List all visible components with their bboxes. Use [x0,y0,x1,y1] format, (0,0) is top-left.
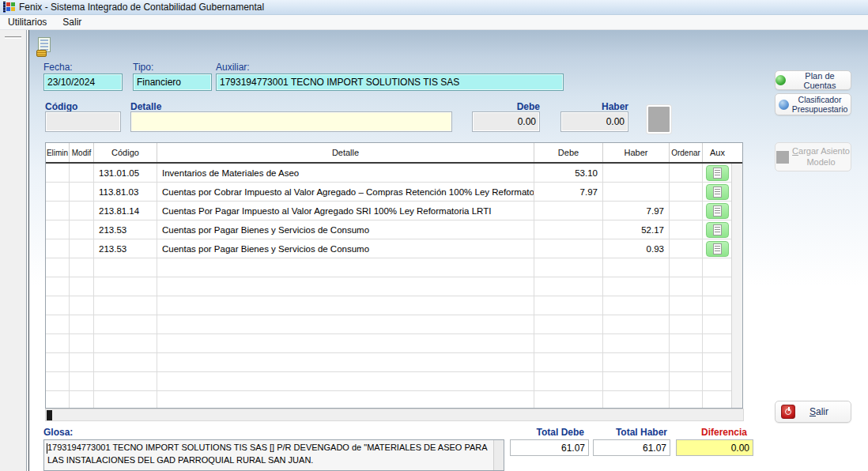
empty-table-row[interactable] [46,391,742,409]
cell-detalle [157,315,534,333]
cell-detalle [157,372,534,390]
cell-modif[interactable] [70,315,94,333]
clasificador-presupuestario-button[interactable]: Clasificador Presupuestario [775,93,851,115]
cell-aux [703,334,732,352]
cell-codigo [94,296,157,315]
grid-vertical-scrollbar[interactable] [731,164,742,408]
cell-elimin[interactable] [46,164,70,182]
cell-modif[interactable] [70,296,94,315]
table-row[interactable]: 131.01.05 Inventarios de Materiales de A… [46,164,742,183]
cell-haber [603,334,670,352]
auxiliar-input[interactable]: 1793194773001 TECNO IMPORT SOLUTIONS TIS… [216,73,564,91]
cell-modif[interactable] [70,220,94,239]
cell-modif[interactable] [70,277,94,296]
cell-debe [534,277,603,296]
fecha-input[interactable]: 23/10/2024 [43,73,123,91]
gray-square-icon [776,151,789,164]
empty-table-row[interactable] [46,258,742,277]
cell-modif[interactable] [70,353,94,371]
entries-grid: Elimin Modif Código Detalle Debe Haber O… [45,142,743,409]
table-row[interactable]: 213.53 Cuentas por Pagar Bienes y Servic… [46,220,742,239]
aux-detail-button[interactable] [706,203,729,219]
glosa-label: Glosa: [43,427,73,438]
cell-modif[interactable] [70,334,94,352]
codigo-input[interactable] [45,111,121,132]
cell-detalle [157,353,534,371]
cell-elimin[interactable] [46,202,70,220]
cell-elimin[interactable] [46,315,70,333]
cell-modif[interactable] [70,239,94,258]
cell-ordenar [670,296,703,315]
cell-elimin[interactable] [46,296,70,315]
grid-horizontal-scrollbar[interactable] [45,409,744,421]
cell-debe [534,220,603,239]
add-entry-button[interactable] [647,105,671,134]
aux-detail-button[interactable] [706,222,729,238]
cell-modif[interactable] [70,164,94,182]
titlebar: Fenix - Sistema Integrado de Contabilida… [0,0,868,15]
cell-aux [703,391,732,409]
debe-label: Debe [472,101,540,112]
cell-modif[interactable] [70,202,94,220]
journal-entry-icon[interactable] [36,36,56,57]
cell-elimin[interactable] [46,353,70,371]
debe-input[interactable]: 0.00 [472,111,540,132]
cell-elimin[interactable] [46,183,70,201]
empty-table-row[interactable] [46,277,742,296]
col-detalle: Detalle [157,143,534,162]
plan-de-cuentas-label: Plan de Cuentas [789,71,851,90]
cell-elimin[interactable] [46,239,70,258]
salir-label: Salir [810,406,828,417]
cell-modif[interactable] [70,391,94,409]
panel-grip-handle[interactable] [5,36,21,39]
empty-table-row[interactable] [46,353,742,372]
cell-detalle: Inventarios de Materiales de Aseo [157,164,534,182]
aux-detail-button[interactable] [706,241,729,257]
empty-table-row[interactable] [46,372,742,391]
cell-aux [703,315,732,333]
scrollbar-thumb[interactable] [47,410,52,420]
plan-de-cuentas-button[interactable]: Plan de Cuentas [775,70,851,90]
menu-salir[interactable]: Salir [55,17,89,28]
glosa-textarea[interactable]: 1793194773001 TECNO IMPORT SOLUTIONS TIS… [43,439,504,471]
glosa-scrollbar[interactable] [493,440,504,470]
cell-modif[interactable] [70,372,94,390]
fecha-label: Fecha: [43,62,73,73]
cell-aux [703,353,732,371]
cell-codigo [94,334,157,352]
aux-detail-button[interactable] [706,184,729,200]
cell-elimin[interactable] [46,391,70,409]
cell-haber [603,277,670,296]
detalle-input[interactable] [130,111,452,132]
power-icon [781,405,795,419]
left-collapsed-panel[interactable] [0,30,27,471]
cell-detalle [157,277,534,296]
cell-detalle: Cuentas por Pagar Bienes y Servicios de … [157,220,534,239]
cell-modif[interactable] [70,258,94,277]
cell-elimin[interactable] [46,220,70,239]
col-elimin: Elimin [46,143,70,162]
aux-document-icon [713,205,722,217]
empty-table-row[interactable] [46,315,742,334]
cell-elimin[interactable] [46,258,70,277]
aux-detail-button[interactable] [706,165,729,181]
cell-elimin[interactable] [46,334,70,352]
cell-debe [534,334,603,352]
salir-button[interactable]: Salir [775,401,851,423]
cell-haber [603,372,670,390]
empty-table-row[interactable] [46,296,742,315]
table-row[interactable]: 213.53 Cuentas por Pagar Bienes y Servic… [46,239,742,258]
cargar-asiento-modelo-button[interactable]: Cargar Asiento Modelo [775,142,851,171]
cell-elimin[interactable] [46,372,70,390]
table-row[interactable]: 113.81.03 Cuentas por Cobrar Impuesto al… [46,183,742,202]
cell-debe [534,258,603,277]
cell-haber [603,258,670,277]
total-haber-label: Total Haber [593,427,670,438]
haber-input[interactable]: 0.00 [560,111,628,132]
menu-utilitarios[interactable]: Utilitarios [0,17,55,28]
cell-modif[interactable] [70,183,94,201]
table-row[interactable]: 213.81.14 Cuentas Por Pagar Impuesto al … [46,202,742,220]
cell-elimin[interactable] [46,277,70,296]
empty-table-row[interactable] [46,334,742,353]
tipo-input[interactable]: Financiero [133,73,212,91]
